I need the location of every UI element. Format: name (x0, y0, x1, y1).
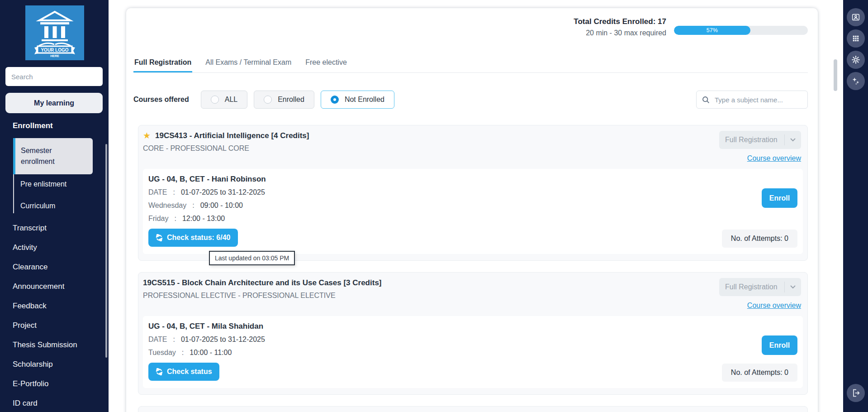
logo-text-line1: YOUR LOGO (41, 48, 68, 53)
sidebar-item-thesis-submission[interactable]: Thesis Submission (0, 335, 109, 355)
check-status-label: Check status: 6/40 (167, 234, 231, 242)
enroll-button[interactable]: Enroll (762, 335, 797, 355)
left-sidebar: YOUR LOGO HERE My learning Enrollment Se… (0, 0, 109, 412)
sidebar-scrollbar[interactable] (105, 144, 107, 358)
logout-icon (851, 388, 861, 398)
sidebar-item-e-portfolio[interactable]: E-Portfolio (0, 374, 109, 393)
contact-card-button[interactable] (847, 8, 865, 26)
credits-summary: Total Credits Enrolled: 17 20 min - 30 m… (574, 17, 808, 37)
schedule-row: Wednesday : 09:00 - 10:00 (148, 201, 797, 210)
logout-button[interactable] (847, 384, 865, 402)
logo-text-line2: HERE (50, 54, 59, 57)
check-status-button[interactable]: Check status: 6/40 (148, 229, 238, 247)
radio-checked-icon (331, 96, 339, 104)
section-info: UG - 04, B, CET - Hani Robinson (148, 174, 797, 184)
sidebar-item-transcript[interactable]: Transcript (0, 218, 109, 238)
credits-progress-bar: 57% (674, 26, 808, 35)
gear-icon (851, 55, 861, 65)
sparkles-icon (851, 76, 861, 86)
schedule-value: 12:00 - 13:00 (182, 214, 225, 223)
schedule-separator: : (192, 201, 194, 210)
schedule-separator: : (173, 335, 175, 344)
filter-radio-enrolled[interactable]: Enrolled (254, 91, 314, 109)
sidebar-nav: Transcript Activity Clearance Announceme… (0, 218, 109, 412)
schedule-label: Wednesday (148, 201, 186, 210)
course-title: 19CS515 - Block Chain Architecture and i… (143, 278, 382, 287)
section-info: UG - 04, B, CET - Mila Shahidan (148, 321, 797, 331)
subject-search-input[interactable] (714, 96, 802, 104)
apps-grid-button[interactable] (847, 29, 865, 48)
schedule-label: DATE (148, 187, 167, 197)
sidebar-item-activity[interactable]: Activity (0, 238, 109, 257)
sidebar-item-id-card[interactable]: ID card (0, 393, 109, 412)
page-scrollbar[interactable] (834, 59, 837, 91)
schedule-separator: : (173, 187, 175, 197)
attempts-badge: No. of Attempts: 0 (722, 230, 797, 248)
registration-type-dropdown[interactable]: Full Registration (719, 131, 801, 149)
course-title: 19CS413 - Artificial Intelligence [4 Cre… (155, 131, 309, 140)
sidebar-item-announcement[interactable]: Announcement (0, 277, 109, 296)
sidebar-section-enrollment[interactable]: Enrollment (13, 121, 53, 130)
ai-assistant-button[interactable] (847, 72, 865, 90)
course-card-header: 19CS515 - Block Chain Architecture and i… (143, 278, 803, 310)
enroll-button[interactable]: Enroll (762, 188, 797, 208)
filter-not-enrolled-label: Not Enrolled (345, 96, 384, 104)
course-card-19cs515: 19CS515 - Block Chain Architecture and i… (138, 272, 808, 395)
course-category: CORE - PROFESSIONAL CORE (143, 144, 309, 153)
registration-type-dropdown[interactable]: Full Registration (719, 278, 801, 296)
radio-unchecked-icon (264, 96, 272, 104)
schedule-value: 01-07-2025 to 31-12-2025 (181, 187, 265, 197)
check-status-button[interactable]: Check status (148, 363, 219, 381)
course-section-block: UG - 04, B, CET - Hani Robinson DATE : 0… (143, 169, 803, 254)
total-credits-label: Total Credits Enrolled: 17 (574, 17, 666, 26)
credits-progress-fill: 57% (674, 26, 750, 35)
courses-offered-label: Courses offered (133, 96, 189, 104)
search-icon (702, 96, 710, 104)
settings-button[interactable] (847, 51, 865, 69)
schedule-row: DATE : 01-07-2025 to 31-12-2025 (148, 335, 797, 344)
attempts-badge: No. of Attempts: 0 (722, 364, 797, 382)
schedule-label: Tuesday (148, 348, 176, 357)
schedule-value: 10:00 - 11:00 (190, 348, 232, 357)
content-panel: Total Credits Enrolled: 17 20 min - 30 m… (126, 8, 818, 412)
registration-tabs: Full Registration All Exams / Terminal E… (133, 52, 808, 73)
course-list: ★ 19CS413 - Artificial Intelligence [4 C… (138, 125, 808, 412)
sidebar-item-curriculum[interactable]: Curriculum (20, 202, 55, 210)
sidebar-item-pre-enlistment[interactable]: Pre enlistment (20, 180, 66, 188)
course-category: PROFESSIONAL ELECTIVE - PROFESSIONAL ELE… (143, 291, 382, 300)
schedule-row: DATE : 01-07-2025 to 31-12-2025 (148, 187, 797, 197)
sidebar-item-feedback[interactable]: Feedback (0, 296, 109, 316)
sidebar-item-semester-enrollment[interactable]: Semester enrollment (13, 138, 93, 174)
filter-enrolled-label: Enrolled (278, 96, 304, 104)
credits-requirement-label: 20 min - 30 max required (574, 29, 666, 37)
tab-free-elective[interactable]: Free elective (304, 52, 348, 72)
schedule-label: Friday (148, 214, 168, 223)
course-card-19cs413: ★ 19CS413 - Artificial Intelligence [4 C… (138, 125, 808, 261)
main-area: Total Credits Enrolled: 17 20 min - 30 m… (109, 0, 843, 412)
sidebar-search-input[interactable] (5, 67, 103, 86)
course-card-partial (138, 406, 808, 412)
subject-search-box (696, 91, 808, 109)
contact-badge-icon (851, 12, 861, 22)
tab-all-exams-terminal-exam[interactable]: All Exams / Terminal Exam (204, 52, 292, 72)
school-logo: YOUR LOGO HERE (25, 5, 84, 60)
star-icon[interactable]: ★ (143, 131, 151, 140)
course-overview-link[interactable]: Course overview (747, 154, 801, 163)
filter-radio-not-enrolled[interactable]: Not Enrolled (321, 91, 394, 109)
courses-filter-row: Courses offered ALL Enrolled Not Enrolle… (133, 91, 808, 109)
course-card-header: ★ 19CS413 - Artificial Intelligence [4 C… (143, 131, 803, 163)
bank-building-icon: YOUR LOGO HERE (25, 5, 84, 60)
my-learning-button[interactable]: My learning (5, 93, 103, 113)
filter-radio-all[interactable]: ALL (201, 91, 247, 109)
chevron-down-icon (784, 134, 801, 145)
sidebar-item-clearance[interactable]: Clearance (0, 257, 109, 277)
sidebar-item-scholarship[interactable]: Scholarship (0, 355, 109, 374)
schedule-separator: : (174, 214, 176, 223)
chevron-down-icon (784, 282, 801, 292)
sidebar-item-project[interactable]: Project (0, 316, 109, 335)
tab-full-registration[interactable]: Full Registration (133, 52, 192, 72)
registration-type-value: Full Registration (719, 283, 784, 291)
course-section-block: UG - 04, B, CET - Mila Shahidan DATE : 0… (143, 316, 803, 388)
schedule-value: 01-07-2025 to 31-12-2025 (181, 335, 265, 344)
course-overview-link[interactable]: Course overview (747, 302, 801, 310)
